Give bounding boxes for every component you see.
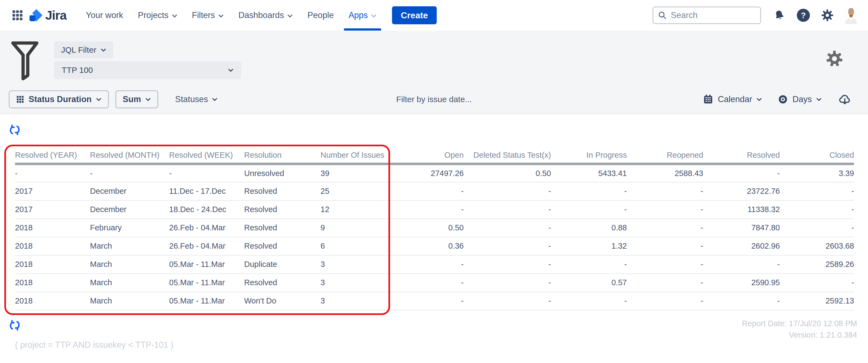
app-switcher-button[interactable] (10, 8, 25, 23)
table-cell: 25 (320, 182, 398, 200)
filter-select[interactable]: TTP 100 (54, 61, 241, 79)
chevron-down-icon (218, 14, 224, 18)
table-cell: Duplicate (244, 255, 320, 273)
chevron-down-icon (96, 98, 101, 101)
gear-icon (826, 50, 843, 67)
table-cell: - (464, 219, 551, 237)
gear-icon (821, 9, 834, 22)
filter-panel: JQL Filter TTP 100 (0, 31, 868, 114)
table-cell: Resolved (244, 273, 320, 292)
column-header: Closed (780, 148, 854, 164)
bell-icon (774, 9, 785, 21)
table-cell: 2592.13 (780, 292, 854, 310)
table-cell: 2017 (15, 182, 90, 200)
refresh-button-bottom[interactable] (9, 319, 21, 332)
table-cell: 11.Dec - 17.Dec (169, 182, 244, 200)
table-cell: - (551, 255, 627, 273)
table-cell: 2018 (15, 292, 90, 310)
table-cell: 2590.95 (703, 273, 780, 292)
report-settings-button[interactable] (826, 50, 843, 68)
nav-item-dashboards[interactable]: Dashboards (231, 0, 300, 31)
table-cell: 1.32 (551, 237, 627, 255)
unit-label: Days (793, 94, 812, 104)
table-cell: 39 (320, 164, 398, 182)
table-cell: Unresolved (244, 164, 320, 182)
table-cell: 12 (320, 200, 398, 219)
issue-date-filter[interactable]: Filter by issue date... (396, 95, 472, 104)
table-cell: - (551, 182, 627, 200)
table-cell: 0.88 (551, 219, 627, 237)
column-header: Open (398, 148, 464, 164)
nav-item-projects[interactable]: Projects (131, 0, 185, 31)
column-header: Resolution (244, 148, 320, 164)
table-body: ---Unresolved3927497.260.505433.412588.4… (15, 164, 854, 310)
table-cell: - (780, 200, 854, 219)
search-box[interactable] (652, 6, 761, 24)
user-avatar[interactable] (844, 6, 858, 24)
filter-select-value: TTP 100 (62, 65, 93, 75)
chevron-down-icon (212, 98, 217, 101)
time-display-dropdown[interactable]: Calendar (703, 94, 762, 105)
eye-icon (778, 94, 788, 104)
chevron-down-icon (371, 14, 376, 18)
chevron-down-icon (101, 48, 106, 52)
help-icon: ? (797, 9, 810, 22)
table-cell: 0.50 (398, 219, 464, 237)
search-input[interactable] (671, 10, 756, 20)
time-display-label: Calendar (718, 94, 752, 104)
search-icon (658, 11, 667, 20)
table-cell: 2017 (15, 200, 90, 219)
unit-dropdown[interactable]: Days (778, 94, 822, 104)
create-button[interactable]: Create (392, 6, 437, 24)
column-header: Reopened (627, 148, 703, 164)
notifications-button[interactable] (772, 8, 787, 23)
nav-item-apps[interactable]: Apps (341, 0, 384, 31)
chevron-down-icon (756, 98, 762, 101)
nav-item-your-work[interactable]: Your work (79, 0, 131, 31)
table-cell: March (90, 237, 169, 255)
table-cell: - (90, 164, 169, 182)
chevron-down-icon (816, 98, 822, 101)
nav-item-filters[interactable]: Filters (185, 0, 231, 31)
refresh-icon (9, 124, 21, 136)
column-header: Resolved (YEAR) (15, 148, 90, 164)
nav-item-label: Your work (86, 10, 123, 20)
chevron-down-icon (145, 98, 151, 101)
filter-funnel-icon (9, 40, 41, 81)
table-cell: - (398, 182, 464, 200)
table-cell: - (703, 164, 780, 182)
table-row: 2018March05.Mar - 11.MarResolved3--0.57-… (15, 273, 854, 292)
table-cell: 27497.26 (398, 164, 464, 182)
help-button[interactable]: ? (796, 8, 811, 23)
refresh-button-top[interactable] (9, 124, 21, 137)
table-cell: March (90, 273, 169, 292)
table-cell: - (398, 200, 464, 219)
settings-button[interactable] (820, 8, 835, 23)
chevron-down-icon (172, 14, 177, 18)
top-navbar: Jira Your workProjectsFiltersDashboardsP… (0, 0, 868, 31)
table-cell: - (398, 292, 464, 310)
table-row: 2018March26.Feb - 04.MarResolved60.36-1.… (15, 237, 854, 255)
table-cell: - (464, 292, 551, 310)
table-cell: 2603.68 (780, 237, 854, 255)
table-cell: December (90, 200, 169, 219)
jql-filter-dropdown[interactable]: JQL Filter (54, 41, 113, 58)
nav-item-label: People (307, 10, 334, 20)
table-cell: - (398, 273, 464, 292)
table-cell: Won't Do (244, 292, 320, 310)
table-cell: 2588.43 (627, 164, 703, 182)
table-cell: - (703, 292, 780, 310)
nav-item-people[interactable]: People (300, 0, 341, 31)
table-cell: 2018 (15, 273, 90, 292)
statuses-dropdown[interactable]: Statuses (175, 94, 217, 104)
jql-filter-label: JQL Filter (61, 45, 96, 55)
aggregation-dropdown[interactable]: Sum (115, 90, 158, 108)
report-type-dropdown[interactable]: Status Duration (9, 90, 109, 108)
table-cell: - (627, 182, 703, 200)
jira-logo-text: Jira (45, 8, 67, 23)
column-header: In Progress (551, 148, 627, 164)
export-button[interactable] (837, 92, 852, 107)
jira-logo[interactable]: Jira (29, 8, 67, 23)
table-cell: - (627, 219, 703, 237)
table-cell: 26.Feb - 04.Mar (169, 219, 244, 237)
